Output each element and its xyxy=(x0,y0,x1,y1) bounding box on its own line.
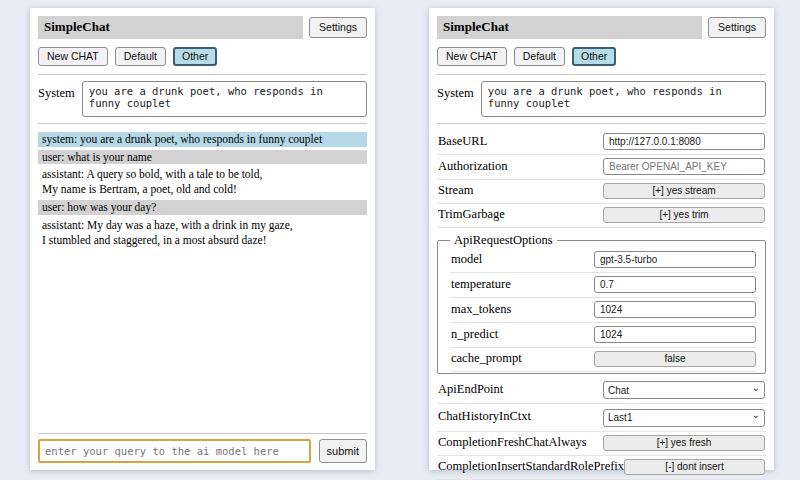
header: SimpleChat Settings xyxy=(38,16,367,39)
settings-button[interactable]: Settings xyxy=(708,17,766,38)
authorization-input[interactable] xyxy=(603,158,765,175)
setting-row: BaseURL xyxy=(437,130,766,155)
system-prompt-textarea[interactable]: you are a drunk poet, who responds in fu… xyxy=(82,81,367,117)
trimgarbage-label: TrimGarbage xyxy=(438,207,505,222)
setting-row: Stream [+] yes stream xyxy=(437,180,766,204)
n-predict-label: n_predict xyxy=(451,327,498,342)
setting-row: max_tokens xyxy=(450,298,757,323)
setting-row: CompletionFreshChatAlways [+] yes fresh xyxy=(437,432,766,456)
cache-prompt-label: cache_prompt xyxy=(451,351,522,366)
settings-list: BaseURL Authorization Stream [+] yes str… xyxy=(437,130,766,480)
api-request-options-fieldset: ApiRequestOptions model temperature max_… xyxy=(437,233,766,374)
chat-message-list: system: you are a drunk poet, who respon… xyxy=(38,132,367,428)
divider xyxy=(38,123,367,124)
temperature-label: temperature xyxy=(451,277,511,292)
setting-row: cache_prompt false xyxy=(450,348,757,372)
trimgarbage-toggle-button[interactable]: [+] yes trim xyxy=(603,207,765,223)
query-area: submit xyxy=(38,428,367,463)
chat-message-system: system: you are a drunk poet, who respon… xyxy=(38,132,367,147)
session-bar: New CHAT Default Other xyxy=(437,47,766,66)
api-endpoint-select[interactable]: Chat xyxy=(603,381,765,399)
api-request-options-legend: ApiRequestOptions xyxy=(450,233,557,248)
submit-button[interactable]: submit xyxy=(319,439,367,463)
completion-fresh-chat-toggle-button[interactable]: [+] yes fresh xyxy=(603,435,765,451)
setting-row: Authorization xyxy=(437,155,766,180)
setting-row: model xyxy=(450,248,757,273)
setting-row: temperature xyxy=(450,273,757,298)
model-input[interactable] xyxy=(594,251,756,268)
baseurl-label: BaseURL xyxy=(438,134,487,149)
session-bar: New CHAT Default Other xyxy=(38,47,367,66)
session-button-other[interactable]: Other xyxy=(572,47,616,66)
query-input[interactable] xyxy=(38,439,311,463)
stream-toggle-button[interactable]: [+] yes stream xyxy=(603,183,765,199)
chat-message-user: user: what is your name xyxy=(38,150,367,165)
chat-panel: SimpleChat Settings New CHAT Default Oth… xyxy=(30,8,375,470)
setting-row: TrimGarbage [+] yes trim xyxy=(437,204,766,228)
settings-panel: SimpleChat Settings New CHAT Default Oth… xyxy=(429,8,774,470)
setting-row: CompletionInsertStandardRolePrefix [-] d… xyxy=(437,456,766,480)
authorization-label: Authorization xyxy=(438,159,507,174)
setting-row: ChatHistoryInCtxt Last1 ⌄ xyxy=(437,404,766,432)
header: SimpleChat Settings xyxy=(437,16,766,39)
session-button-other[interactable]: Other xyxy=(173,47,217,66)
completion-insert-role-prefix-toggle-button[interactable]: [-] dont insert xyxy=(624,459,765,475)
new-chat-button[interactable]: New CHAT xyxy=(38,47,108,66)
chat-history-in-ctxt-label: ChatHistoryInCtxt xyxy=(438,409,531,424)
app-title: SimpleChat xyxy=(38,16,303,39)
system-prompt-row: System you are a drunk poet, who respond… xyxy=(437,81,766,117)
app-title: SimpleChat xyxy=(437,16,702,39)
divider xyxy=(437,123,766,124)
settings-button[interactable]: Settings xyxy=(309,17,367,38)
divider xyxy=(437,74,766,75)
api-endpoint-label: ApiEndPoint xyxy=(438,382,503,397)
completion-fresh-chat-label: CompletionFreshChatAlways xyxy=(438,435,587,450)
completion-insert-role-prefix-label: CompletionInsertStandardRolePrefix xyxy=(438,459,624,474)
model-label: model xyxy=(451,252,482,267)
new-chat-button[interactable]: New CHAT xyxy=(437,47,507,66)
divider xyxy=(38,74,367,75)
chat-message-assistant: assistant: My day was a haze, with a dri… xyxy=(38,218,367,248)
n-predict-input[interactable] xyxy=(594,326,756,343)
max-tokens-label: max_tokens xyxy=(451,302,511,317)
cache-prompt-toggle-button[interactable]: false xyxy=(594,351,756,367)
system-prompt-textarea[interactable]: you are a drunk poet, who responds in fu… xyxy=(481,81,766,117)
divider xyxy=(38,433,367,434)
setting-row: n_predict xyxy=(450,323,757,348)
setting-row: ApiEndPoint Chat ⌄ xyxy=(437,377,766,405)
chat-message-user: user: how was your day? xyxy=(38,200,367,215)
system-prompt-row: System you are a drunk poet, who respond… xyxy=(38,81,367,117)
chat-history-in-ctxt-select[interactable]: Last1 xyxy=(603,409,765,427)
temperature-input[interactable] xyxy=(594,276,756,293)
max-tokens-input[interactable] xyxy=(594,301,756,318)
session-button-default[interactable]: Default xyxy=(115,47,166,66)
system-label: System xyxy=(437,81,474,117)
system-label: System xyxy=(38,81,75,117)
session-button-default[interactable]: Default xyxy=(514,47,565,66)
baseurl-input[interactable] xyxy=(603,133,765,150)
stream-label: Stream xyxy=(438,183,473,198)
chat-message-assistant: assistant: A query so bold, with a tale … xyxy=(38,167,367,197)
